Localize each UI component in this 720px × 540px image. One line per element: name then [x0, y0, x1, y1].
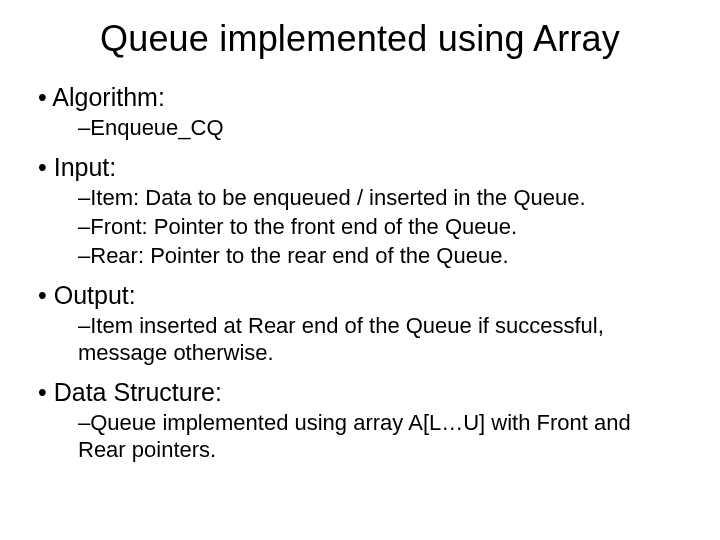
- algorithm-item: Enqueue_CQ: [78, 115, 682, 142]
- data-structure-item-text: Queue implemented using array A[L…U] wit…: [78, 410, 631, 462]
- section-heading-input: Input:: [38, 152, 682, 183]
- input-item-text: Front: Pointer to the front end of the Q…: [90, 214, 517, 239]
- section-heading-algorithm: Algorithm:: [38, 82, 682, 113]
- data-structure-item: Queue implemented using array A[L…U] wit…: [78, 410, 682, 464]
- input-item: Item: Data to be enqueued / inserted in …: [78, 185, 682, 212]
- output-item: Item inserted at Rear end of the Queue i…: [78, 313, 682, 367]
- input-item-text: Item: Data to be enqueued / inserted in …: [90, 185, 585, 210]
- section-heading-text: Algorithm:: [52, 83, 165, 111]
- section-heading-data-structure: Data Structure:: [38, 377, 682, 408]
- section-heading-text: Input:: [54, 153, 117, 181]
- section-heading-text: Output:: [54, 281, 136, 309]
- section-heading-output: Output:: [38, 280, 682, 311]
- section-heading-text: Data Structure:: [54, 378, 222, 406]
- input-item: Rear: Pointer to the rear end of the Que…: [78, 243, 682, 270]
- slide: Queue implemented using Array Algorithm:…: [0, 0, 720, 540]
- input-item: Front: Pointer to the front end of the Q…: [78, 214, 682, 241]
- input-item-text: Rear: Pointer to the rear end of the Que…: [90, 243, 508, 268]
- algorithm-item-text: Enqueue_CQ: [90, 115, 223, 140]
- output-item-text: Item inserted at Rear end of the Queue i…: [78, 313, 604, 365]
- slide-title: Queue implemented using Array: [38, 18, 682, 60]
